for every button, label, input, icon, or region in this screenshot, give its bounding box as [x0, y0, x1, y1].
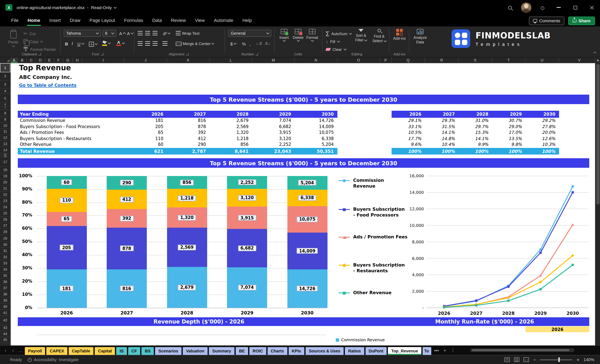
wrap-text-button[interactable]: Wrap Text: [176, 30, 199, 37]
orientation-button[interactable]: ab: [162, 30, 170, 37]
percent-style-button[interactable]: %: [242, 40, 246, 47]
delete-cells-button[interactable]: Delete: [291, 29, 305, 41]
sheet-tab-ratios[interactable]: Ratios: [345, 347, 364, 355]
zoom-in-button[interactable]: +: [577, 357, 580, 363]
scroll-up-icon[interactable]: [597, 59, 599, 61]
row-header-3[interactable]: 3: [0, 80, 10, 88]
underline-button[interactable]: U: [77, 40, 84, 47]
row-header-26[interactable]: 26: [0, 217, 10, 223]
legend-item[interactable]: Other Revenue: [339, 291, 410, 307]
row-header-44[interactable]: 44: [0, 331, 10, 337]
comma-style-button[interactable]: ,: [249, 40, 251, 47]
merge-center-button[interactable]: Merge & Center: [176, 40, 214, 47]
add-ins-button[interactable]: Add-ins: [391, 29, 408, 40]
row-header-36[interactable]: 36: [0, 279, 10, 285]
sheet-tab-kpis[interactable]: KPIs: [288, 347, 304, 355]
column-header-E[interactable]: E: [45, 57, 54, 63]
row-header-39[interactable]: 39: [0, 298, 10, 304]
comments-button[interactable]: Comments: [529, 16, 564, 25]
vertical-scroll-thumb[interactable]: [596, 64, 600, 205]
premium-diamond-icon[interactable]: ◇: [535, 0, 550, 15]
row-header-38[interactable]: 38: [0, 291, 10, 298]
row-header-32[interactable]: 32: [0, 254, 10, 260]
legend-item[interactable]: Ads / Promotion Fees: [339, 235, 410, 251]
document-title[interactable]: online-agricultural-marketplace.xlsx - R…: [17, 5, 116, 10]
row-header-20[interactable]: 20: [0, 179, 10, 185]
row-header-35[interactable]: 35: [0, 273, 10, 279]
format-painter-button[interactable]: Format Painter: [24, 46, 56, 53]
column-header-Q[interactable]: Q: [392, 57, 425, 63]
column-header-T[interactable]: T: [492, 57, 525, 63]
row-header-2[interactable]: 2: [0, 72, 10, 80]
tab-scroll-right-icon[interactable]: ›: [10, 348, 16, 355]
sheet-tab-capital[interactable]: Capital: [95, 347, 115, 355]
menu-automate[interactable]: Automate: [209, 15, 238, 27]
analyze-data-button[interactable]: AnalyzeData: [411, 29, 429, 44]
sheet-tab-capex[interactable]: CAPEX: [47, 347, 67, 355]
zoom-slider[interactable]: [540, 359, 572, 360]
column-header-F[interactable]: F: [54, 57, 63, 63]
sheet-tab-top-revenue[interactable]: Top_Revenue: [388, 347, 421, 355]
avatar[interactable]: [521, 2, 531, 13]
sheet-tab-roic[interactable]: ROIC: [249, 347, 266, 355]
bold-button[interactable]: B: [65, 40, 68, 47]
row-header-6[interactable]: 6: [0, 103, 10, 106]
column-header-S[interactable]: S: [459, 57, 492, 63]
column-header-B[interactable]: B: [18, 57, 27, 63]
column-header-M[interactable]: M: [252, 57, 295, 63]
runrate-year-cell[interactable]: 2026: [525, 326, 589, 332]
paste-button[interactable]: Paste: [5, 29, 21, 55]
format-cells-button[interactable]: Format: [305, 29, 319, 41]
horizontal-scroll-thumb[interactable]: [472, 349, 569, 351]
row-header-34[interactable]: 34: [0, 266, 10, 273]
column-header-N[interactable]: N: [295, 57, 338, 63]
sheet-tab-be[interactable]: BE: [236, 347, 248, 355]
row-header-1[interactable]: 1: [0, 63, 10, 72]
grow-font-button[interactable]: A: [119, 30, 125, 37]
menu-view[interactable]: View: [190, 15, 209, 27]
column-header-O[interactable]: O: [338, 57, 380, 63]
cut-button[interactable]: ✂Cut: [24, 30, 36, 37]
borders-button[interactable]: [89, 40, 97, 47]
column-header-V[interactable]: V: [559, 57, 600, 63]
sheet-tab-dupont[interactable]: DuPont: [365, 347, 387, 355]
close-button[interactable]: [583, 0, 600, 15]
row-header-25[interactable]: 25: [0, 210, 10, 217]
normal-view-icon[interactable]: [505, 357, 510, 362]
legend-item[interactable]: Commission Revenue: [339, 178, 410, 195]
column-header-G[interactable]: G: [63, 57, 73, 63]
horizontal-scrollbar[interactable]: [470, 348, 574, 352]
autosum-button[interactable]: ∑AutoSum: [326, 30, 351, 37]
menu-review[interactable]: Review: [167, 15, 190, 27]
sheet-tab-is[interactable]: IS: [116, 347, 127, 355]
shrink-font-button[interactable]: A: [127, 30, 133, 37]
fill-button[interactable]: ↓Fill: [326, 38, 339, 45]
legend-item[interactable]: Buyers Subscription - Restaurants: [339, 263, 410, 279]
row-header-37[interactable]: 37: [0, 285, 10, 291]
menu-data[interactable]: Data: [148, 15, 167, 27]
column-header-R[interactable]: R: [425, 57, 459, 63]
align-center-button[interactable]: [145, 40, 150, 47]
row-header-13[interactable]: 13: [0, 141, 10, 147]
indent-button[interactable]: [162, 40, 168, 47]
row-header-18[interactable]: 18: [0, 167, 10, 173]
row-header-33[interactable]: 33: [0, 260, 10, 266]
sheet-tab-charts[interactable]: Charts: [268, 347, 287, 355]
worksheet[interactable]: Top Revenue ABC Company Inc. Go to Table…: [11, 63, 600, 346]
row-header-11[interactable]: 11: [0, 129, 10, 135]
align-right-button[interactable]: [153, 40, 158, 47]
copy-button[interactable]: Copy: [24, 38, 43, 45]
legend-item[interactable]: Buyers Subscription - Food Processors: [339, 207, 410, 224]
zoom-out-button[interactable]: −: [533, 357, 536, 363]
sheet-tab-payroll[interactable]: Payroll: [25, 347, 45, 355]
font-size-select[interactable]: 8: [103, 30, 116, 37]
sheet-tab-summary[interactable]: Summary: [209, 347, 234, 355]
menu-insert[interactable]: Insert: [45, 15, 65, 27]
column-header-U[interactable]: U: [525, 57, 559, 63]
row-header-21[interactable]: 21: [0, 185, 10, 192]
new-sheet-button[interactable]: +: [442, 348, 448, 355]
share-button[interactable]: Share: [568, 16, 595, 25]
row-header-31[interactable]: 31: [0, 248, 10, 254]
row-header-45[interactable]: 45: [0, 337, 10, 343]
sheet-tab-scenarios[interactable]: Scenarios: [155, 347, 181, 355]
